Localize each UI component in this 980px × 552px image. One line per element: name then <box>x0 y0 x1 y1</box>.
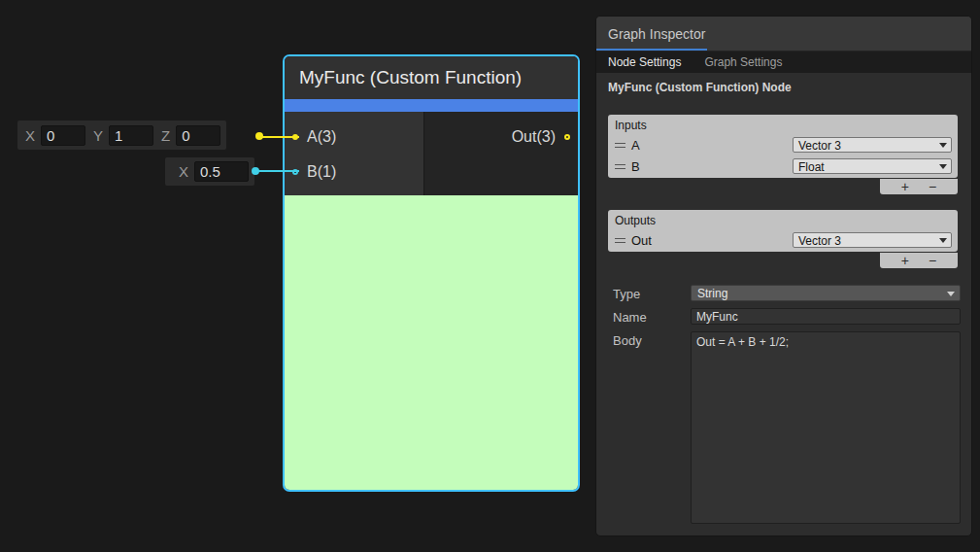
axis-z-label[interactable]: Z <box>161 127 170 144</box>
output-row-name: Out <box>631 233 652 248</box>
inputs-list-controls: + − <box>880 179 958 194</box>
port-out-connector[interactable] <box>564 134 570 140</box>
float-port-input: X <box>165 157 254 186</box>
body-field[interactable]: Out = A + B + 1/2; <box>691 331 961 524</box>
input-row-b[interactable]: B Float <box>608 156 958 177</box>
inspector-tab-bar: Node Settings Graph Settings <box>596 52 971 73</box>
port-row-b: B(1) <box>285 160 336 184</box>
remove-output-button[interactable]: − <box>929 254 936 267</box>
vector3-connector-dot[interactable] <box>255 132 263 140</box>
port-a-label: A(3) <box>307 128 336 146</box>
node-preview <box>285 195 578 490</box>
add-output-button[interactable]: + <box>901 254 909 267</box>
dropdown-value: Float <box>798 160 825 174</box>
custom-function-node[interactable]: MyFunc (Custom Function) A(3) B(1) Out(3… <box>283 54 580 492</box>
port-out-label: Out(3) <box>512 128 556 146</box>
dropdown-value: Vector 3 <box>798 234 841 248</box>
chevron-down-icon <box>947 292 955 296</box>
graph-inspector-header[interactable]: Graph Inspector <box>596 17 971 52</box>
drag-handle-icon[interactable] <box>615 143 625 148</box>
tab-node-settings[interactable]: Node Settings <box>608 55 681 69</box>
chevron-down-icon <box>939 164 947 169</box>
inputs-section: Inputs A Vector 3 B Float <box>608 115 958 178</box>
type-dropdown[interactable]: String <box>691 285 961 301</box>
outputs-list-controls: + − <box>880 253 958 268</box>
body-label: Body <box>613 333 642 348</box>
edge-float-to-b[interactable] <box>254 170 299 172</box>
float-x-field[interactable] <box>194 161 249 182</box>
input-row-name: B <box>631 159 640 174</box>
outputs-section-title: Outputs <box>615 214 656 227</box>
chevron-down-icon <box>939 238 947 243</box>
node-header[interactable]: MyFunc (Custom Function) <box>285 56 578 99</box>
input-a-type-dropdown[interactable]: Vector 3 <box>793 137 952 153</box>
port-row-out: Out(3) <box>512 125 578 149</box>
input-row-name: A <box>631 138 640 153</box>
node-accent-bar <box>285 99 578 112</box>
output-row-out[interactable]: Out Vector 3 <box>608 230 958 251</box>
float-connector-dot[interactable] <box>252 167 259 175</box>
node-title: MyFunc (Custom Function) <box>299 67 522 88</box>
inputs-section-title: Inputs <box>615 119 647 132</box>
shader-graph-canvas[interactable]: X Y Z X MyFunc (Custom Function) A(3) B(… <box>0 0 980 552</box>
vector3-z-field[interactable] <box>176 125 220 146</box>
drag-handle-icon[interactable] <box>615 238 625 243</box>
vector3-port-input: X Y Z <box>17 121 226 150</box>
edge-vector3-to-a[interactable] <box>258 136 299 138</box>
vector3-y-field[interactable] <box>109 125 153 146</box>
port-b-label: B(1) <box>307 163 336 181</box>
tab-graph-settings[interactable]: Graph Settings <box>704 55 782 69</box>
type-label: Type <box>613 287 640 301</box>
name-field[interactable] <box>691 308 961 325</box>
drag-handle-icon[interactable] <box>615 164 625 169</box>
graph-inspector-panel: Graph Inspector Node Settings Graph Sett… <box>595 16 972 536</box>
vector3-x-field[interactable] <box>41 125 85 146</box>
outputs-section: Outputs Out Vector 3 <box>608 210 958 252</box>
axis-x-label[interactable]: X <box>25 127 35 144</box>
graph-inspector-title: Graph Inspector <box>608 26 705 42</box>
output-type-dropdown[interactable]: Vector 3 <box>793 232 952 248</box>
axis-y-label[interactable]: Y <box>93 127 103 144</box>
dropdown-value: Vector 3 <box>798 139 841 153</box>
input-row-a[interactable]: A Vector 3 <box>608 135 958 155</box>
dropdown-value: String <box>697 287 727 300</box>
active-tab-indicator <box>596 49 707 51</box>
node-settings-heading: MyFunc (Custom Function) Node <box>608 81 792 94</box>
add-input-button[interactable]: + <box>901 180 909 193</box>
axis-x-label[interactable]: X <box>179 163 188 180</box>
remove-input-button[interactable]: − <box>929 180 936 193</box>
name-label: Name <box>613 310 647 325</box>
node-port-area: A(3) B(1) Out(3) <box>285 112 578 195</box>
chevron-down-icon <box>939 143 947 148</box>
input-b-type-dropdown[interactable]: Float <box>793 158 952 174</box>
